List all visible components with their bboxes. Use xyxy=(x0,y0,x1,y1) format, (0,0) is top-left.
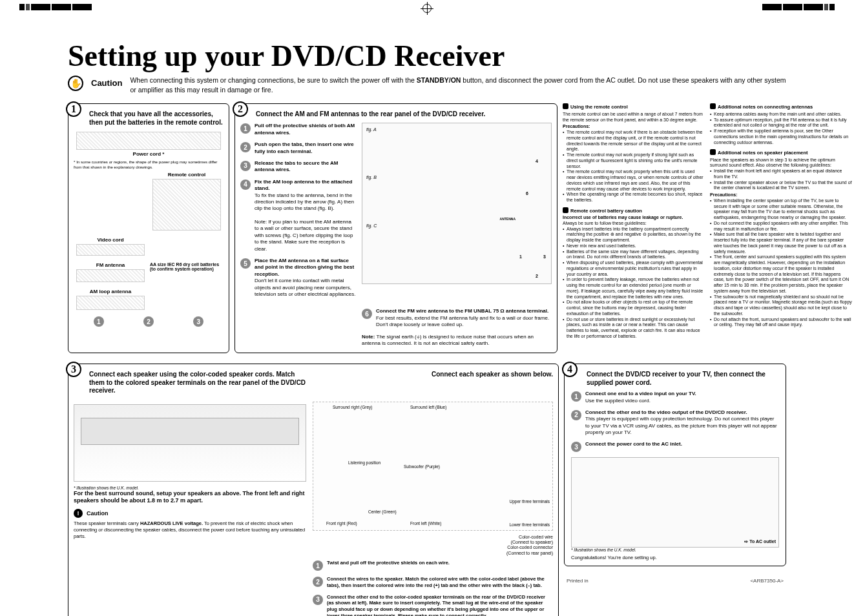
substep-6-icon: 6 xyxy=(362,309,372,319)
substep-4-note: Note: If you plan to mount the AM antenn… xyxy=(255,219,353,252)
substep-4-icon: 4 xyxy=(240,180,251,190)
caution-triangle-icon: ! xyxy=(74,509,83,518)
diagram-callout-2: 2 xyxy=(536,274,538,278)
antenna-panel-label: ANTENNA xyxy=(500,217,516,221)
batt-rule-5: In order to prevent battery leakage, rem… xyxy=(563,277,705,300)
print-footer: Printed in <ARB7350-A> xyxy=(564,578,786,584)
label-subwoofer: Subwoofer (Purple) xyxy=(404,464,440,469)
substep-3-icon: 3 xyxy=(240,161,251,171)
tv-step-3-icon: 3 xyxy=(571,442,581,452)
tv-step-1-text: Connect one end to a video input on your… xyxy=(585,391,696,396)
label-listening-position: Listening position xyxy=(348,460,380,465)
power-cord-illustration xyxy=(76,132,221,150)
batt-rule-1: Always insert batteries into the battery… xyxy=(563,227,705,243)
accessory-fm-antenna: FM antenna xyxy=(74,262,147,283)
step-3-number: 3 xyxy=(66,362,81,377)
printed-in-label: Printed in xyxy=(567,578,588,584)
substep-5-icon: 5 xyxy=(240,258,251,269)
note-body: The signal earth (⏚) is designed to redu… xyxy=(362,334,534,347)
wire-step-1-text: Twist and pull off the protective shield… xyxy=(327,560,450,566)
hazardous-caution: ! Caution xyxy=(74,509,306,518)
note-label: Note: xyxy=(362,334,375,340)
placement-advice: For the best surround sound, setup your … xyxy=(74,490,306,505)
caution-banner: ✋ Caution When connecting this system or… xyxy=(68,76,786,94)
speaker-precautions-heading: Precautions: xyxy=(710,192,852,198)
diagram-callout-6: 6 xyxy=(526,191,528,196)
step-4-heading: Connect the DVD/CD receiver to your TV, … xyxy=(571,371,779,387)
step-3-heading-right: Connect each speaker as shown below. xyxy=(313,371,553,395)
substep-5-body: Don't let it come into contact with meta… xyxy=(255,278,356,297)
batteries-label: AA size IEC R6 dry cell batteries (to co… xyxy=(150,262,224,271)
step-1-box: 1 Check that you have all the accessorie… xyxy=(68,103,229,353)
video-cord-label: Video cord xyxy=(74,237,147,243)
batt-rule-6: Do not allow books or other objects to r… xyxy=(563,300,705,316)
batt-rule-3: Batteries of the same size may have diff… xyxy=(563,249,705,261)
fig-a-label: fig. A xyxy=(366,127,377,132)
doc-code: <ARB7350-A> xyxy=(750,578,784,584)
substep-6: 6 Connect the FM wire antenna to the FM … xyxy=(362,308,552,347)
spk-prec-1: When installing the center speaker on to… xyxy=(710,198,852,221)
tv-connection-illustration: ⇨ To AC outlet xyxy=(571,457,779,548)
remote-prec-4: When the operating range of the remote b… xyxy=(563,192,705,203)
label-lower-terminals: Lower three terminals xyxy=(510,522,550,527)
remote-range-text: The remote control can be used within a … xyxy=(563,112,705,123)
spk-prec-5: The subwoofer is not magnetically shield… xyxy=(710,294,852,317)
signal-earth-note: Note: The signal earth (⏚) is designed t… xyxy=(362,334,552,348)
battery-step-1-icon: 1 xyxy=(94,316,104,327)
diagram-callout-1: 1 xyxy=(519,254,522,259)
batt-rule-4: When disposing of used batteries, please… xyxy=(563,260,705,277)
power-cord-label: Power cord * xyxy=(74,151,224,157)
fm-antenna-label: FM antenna xyxy=(74,262,147,268)
hazardous-body: These speaker terminals carry HAZARDOUS … xyxy=(74,520,306,539)
spk-prec-2: Do not connect the supplied speakers wit… xyxy=(710,221,852,232)
ac-outlet-text: To AC outlet xyxy=(749,539,776,544)
substep-6-body: For best results, extend the FM antenna … xyxy=(376,315,549,327)
tv-step-2-text: Connect the other end to the video outpu… xyxy=(585,409,747,415)
antenna-notes-heading: Additional notes on connecting antennas xyxy=(710,103,852,110)
wire-step-1-icon: 1 xyxy=(313,560,323,571)
am-loop-label: AM loop antenna xyxy=(74,289,147,294)
diagram-callout-4: 4 xyxy=(536,159,538,163)
spk-prec-6: Do not attach the front, surround speake… xyxy=(710,317,852,329)
ant-note-3: If reception with the supplied antenna i… xyxy=(710,128,852,145)
speaker-layout-diagram: Surround right (Grey) Surround left (Blu… xyxy=(313,402,553,531)
rear-panel-illustration xyxy=(74,404,306,482)
step-2-box: 2 Connect the AM and FM antennas to the … xyxy=(234,103,557,353)
additional-notes-column: Additional notes on connecting antennas … xyxy=(710,103,852,353)
step-4-number: 4 xyxy=(562,362,578,377)
label-front-right: Front right (Red) xyxy=(326,521,357,526)
fig-b-label: fig. B xyxy=(366,175,377,180)
label-surround-left: Surround left (Blue) xyxy=(410,405,446,409)
tv-step-1-icon: 1 xyxy=(571,391,581,402)
batt-rule-2: Never mix new and used batteries. xyxy=(563,243,705,249)
substep-1-icon: 1 xyxy=(240,123,251,134)
spk-prec-3: Make sure that all the bare speaker wire… xyxy=(710,232,852,254)
hazardous-body-b: HAZARDOUS LIVE voltage. xyxy=(140,520,203,526)
step-3-box: 3 Connect each speaker using the color-c… xyxy=(68,364,559,616)
using-remote-heading: Using the remote control xyxy=(563,103,705,110)
remote-prec-1: The remote control may not work if there… xyxy=(563,130,705,152)
caution-text: When connecting this system or changing … xyxy=(130,76,786,94)
substep-5-text: Place the AM antenna on a flat surface a… xyxy=(255,258,354,277)
wire-step-2-icon: 2 xyxy=(313,577,323,587)
battery-caution-heading: Remote control battery caution xyxy=(563,207,705,214)
color-coded-wire-label: Color-coded wire (Connect to speaker) xyxy=(313,535,553,546)
battery-step-2-icon: 2 xyxy=(143,316,154,327)
batt-rule-7: Do not use or store batteries in direct … xyxy=(563,317,705,340)
tv-step-2-body: This player is equipped with copy protec… xyxy=(585,416,777,435)
accessory-batteries: AA size IEC R6 dry cell batteries (to co… xyxy=(150,262,224,283)
step-3-right: Surround right (Grey) Surround left (Blu… xyxy=(313,402,553,616)
step-2-substeps: 1Pull off the protective shields of both… xyxy=(240,123,357,303)
antenna-diagram: fig. A fig. B fig. C ANTENNA 4 6 1 2 3 xyxy=(362,123,552,284)
accessory-am-loop: AM loop antenna xyxy=(74,289,147,311)
tv-step-2-icon: 2 xyxy=(571,410,581,420)
tv-step-3-text: Connect the power cord to the AC inlet. xyxy=(585,441,682,447)
spk-guide-2: Install the center speaker above or belo… xyxy=(710,180,852,192)
to-ac-outlet-label: ⇨ To AC outlet xyxy=(744,539,776,544)
step-1-heading: Check that you have all the accessories,… xyxy=(74,110,224,127)
caution-label-small: Caution xyxy=(87,510,109,517)
tv-step-1-body: Use the supplied video cord. xyxy=(585,398,651,404)
remote-illustration xyxy=(152,179,221,231)
spk-guide-1: Install the main front left and right sp… xyxy=(710,169,852,180)
step-4-box: 4 Connect the DVD/CD receiver to your TV… xyxy=(564,364,786,566)
